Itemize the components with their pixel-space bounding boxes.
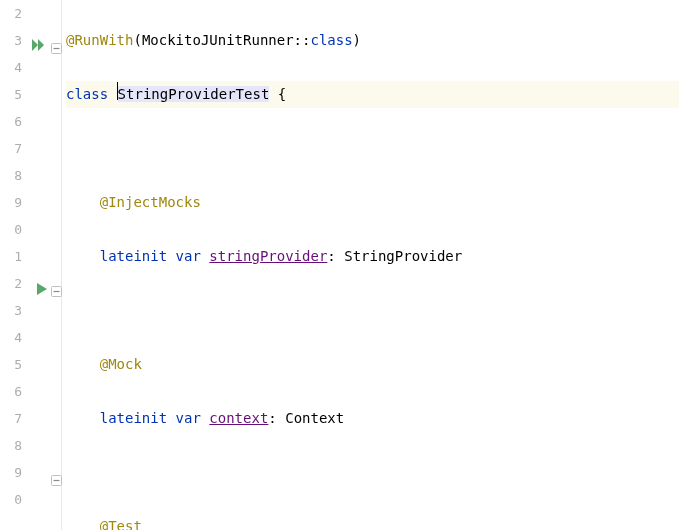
code-line[interactable]: @RunWith(MockitoJUnitRunner::class) xyxy=(66,27,679,54)
line-number: 3 xyxy=(0,297,30,324)
svg-marker-0 xyxy=(32,39,38,51)
fold-close-icon[interactable] xyxy=(51,468,62,495)
line-number: 4 xyxy=(0,324,30,351)
line-number: 5 xyxy=(0,81,30,108)
line-number: 2 xyxy=(0,0,30,27)
line-number: 6 xyxy=(0,378,30,405)
annotation: @Test xyxy=(100,518,142,530)
line-number-gutter: 2 3 4 5 6 7 8 9 0 1 2 3 4 5 6 7 8 9 0 xyxy=(0,0,30,530)
annotation: @RunWith xyxy=(66,32,133,48)
annotation: @Mock xyxy=(100,356,142,372)
line-number: 4 xyxy=(0,54,30,81)
gutter-icon-area xyxy=(30,0,62,530)
code-line-current[interactable]: class StringProviderTest { xyxy=(66,81,679,108)
line-number: 0 xyxy=(0,486,30,513)
code-line[interactable]: @Test xyxy=(66,513,679,530)
annotation: @InjectMocks xyxy=(100,194,201,210)
code-line[interactable]: lateinit var context: Context xyxy=(66,405,679,432)
line-number: 3 xyxy=(0,27,30,54)
line-number: 6 xyxy=(0,108,30,135)
svg-marker-4 xyxy=(37,283,47,295)
line-number: 9 xyxy=(0,459,30,486)
line-number: 7 xyxy=(0,405,30,432)
svg-marker-1 xyxy=(38,39,44,51)
text-caret xyxy=(117,82,118,100)
line-number: 0 xyxy=(0,216,30,243)
code-editor[interactable]: @RunWith(MockitoJUnitRunner::class) clas… xyxy=(62,0,679,530)
field-ref: stringProvider xyxy=(209,248,327,264)
field-ref: context xyxy=(209,410,268,426)
line-number: 1 xyxy=(0,243,30,270)
class-name: StringProviderTest xyxy=(118,86,270,102)
line-number: 8 xyxy=(0,162,30,189)
line-number: 2 xyxy=(0,270,30,297)
code-line[interactable] xyxy=(66,459,679,486)
line-number: 5 xyxy=(0,351,30,378)
line-number: 7 xyxy=(0,135,30,162)
line-number: 9 xyxy=(0,189,30,216)
code-line[interactable] xyxy=(66,297,679,324)
code-line[interactable]: @InjectMocks xyxy=(66,189,679,216)
line-number: 8 xyxy=(0,432,30,459)
code-line[interactable] xyxy=(66,135,679,162)
code-line[interactable]: lateinit var stringProvider: StringProvi… xyxy=(66,243,679,270)
code-line[interactable]: @Mock xyxy=(66,351,679,378)
